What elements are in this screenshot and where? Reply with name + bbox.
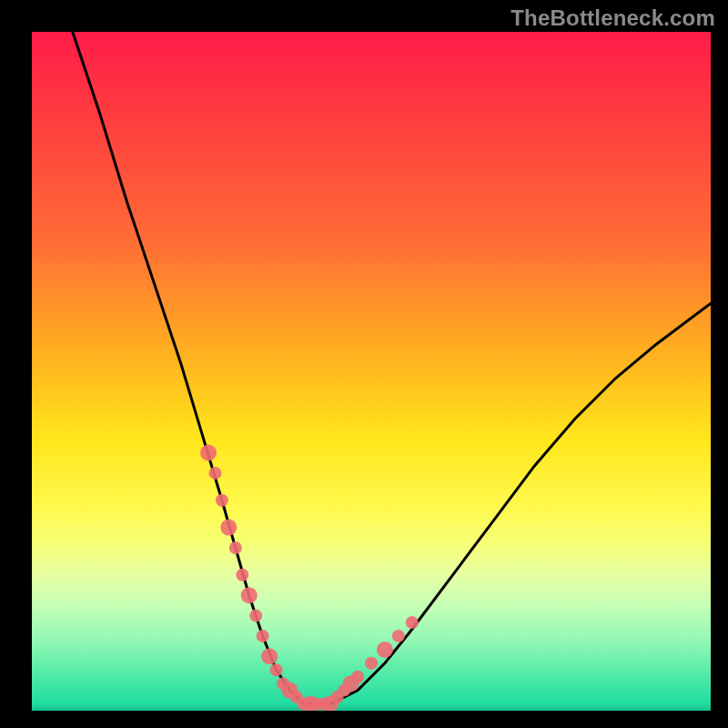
marker-dot xyxy=(241,587,258,603)
chart-frame: TheBottleneck.com xyxy=(0,0,728,728)
marker-dot xyxy=(208,467,221,480)
bottleneck-markers xyxy=(200,445,419,712)
marker-dot xyxy=(338,684,350,697)
marker-dot xyxy=(277,677,289,690)
marker-dot xyxy=(318,698,330,711)
marker-dot xyxy=(365,657,378,670)
marker-dot xyxy=(282,682,298,699)
plot-area xyxy=(32,32,711,711)
bottleneck-curve xyxy=(73,32,711,704)
marker-dot xyxy=(377,642,393,658)
marker-dot xyxy=(290,691,303,703)
marker-dot xyxy=(220,520,237,536)
marker-dot xyxy=(322,696,339,712)
marker-dot xyxy=(270,663,283,676)
marker-dot xyxy=(297,698,309,711)
marker-dot xyxy=(257,630,269,642)
marker-dot xyxy=(200,445,217,461)
marker-dot xyxy=(343,675,359,692)
marker-dot xyxy=(216,494,228,507)
chart-svg xyxy=(32,32,711,711)
marker-dot xyxy=(331,691,344,703)
marker-dot xyxy=(302,696,318,712)
marker-dot xyxy=(229,541,242,554)
marker-dot xyxy=(351,671,364,683)
marker-dot xyxy=(406,616,419,629)
marker-dot xyxy=(310,698,323,711)
marker-dot xyxy=(261,648,278,664)
marker-dot xyxy=(392,630,405,642)
watermark-label: TheBottleneck.com xyxy=(511,5,715,31)
marker-dot xyxy=(249,610,262,622)
marker-dot xyxy=(236,569,248,581)
